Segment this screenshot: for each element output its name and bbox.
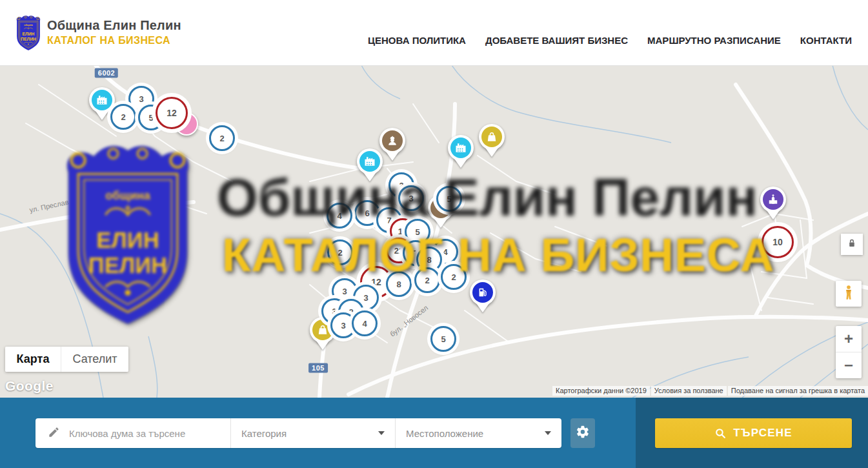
watermark-subtitle: КАТАЛОГ НА БИЗНЕСА — [222, 228, 774, 281]
search-bar: Категория Местоположение ТЪРСЕНЕ — [0, 398, 868, 468]
pin-tail — [96, 111, 108, 120]
pegman-icon — [840, 284, 857, 303]
site-subtitle: КАТАЛОГ НА БИЗНЕСА — [47, 35, 181, 46]
cluster-marker[interactable]: 5 — [430, 326, 456, 352]
main-nav: ЦЕНОВА ПОЛИТИКА ДОБАВЕТЕ ВАШИЯТ БИЗНЕС М… — [368, 0, 852, 65]
factory-icon — [450, 137, 471, 158]
church-icon — [763, 189, 783, 210]
cluster-marker[interactable]: 2 — [209, 125, 235, 151]
search-button[interactable]: ТЪРСЕНЕ — [655, 418, 852, 448]
search-button-label: ТЪРСЕНЕ — [733, 427, 792, 440]
bag-pin[interactable] — [479, 124, 505, 150]
cluster-marker[interactable]: 2 — [110, 104, 136, 130]
terms-link[interactable]: Условия за ползване — [651, 386, 727, 396]
search-icon — [714, 427, 727, 440]
cluster-marker[interactable]: 12 — [156, 97, 188, 129]
chevron-down-icon — [545, 431, 551, 435]
pin-tail — [454, 159, 467, 168]
nav-link-contacts[interactable]: КОНТАКТИ — [800, 35, 852, 46]
lock-icon — [846, 238, 858, 252]
lock-button[interactable] — [841, 234, 863, 255]
location-dropdown-label: Местоположение — [406, 428, 483, 439]
map-type-control: Карта Сателит — [5, 347, 128, 372]
watermark-crest: община ЕЛИН ПЕЛИН — [55, 137, 201, 331]
attribution-copyright: Картографски данни ©2019 — [552, 386, 650, 396]
map-attribution: Картографски данни ©2019 Условия за полз… — [552, 386, 868, 396]
nav-link-add-business[interactable]: ДОБАВЕТЕ ВАШИЯТ БИЗНЕС — [485, 35, 628, 46]
pin-tail — [485, 148, 498, 157]
header: община ЕЛИН ПЕЛИН Община Елин Пелин КАТА… — [0, 0, 868, 66]
pin-tail — [767, 210, 780, 219]
municipality-crest-logo[interactable]: община ЕЛИН ПЕЛИН — [14, 14, 43, 52]
pin-tail — [476, 303, 489, 312]
map-type-map-button[interactable]: Карта — [5, 347, 61, 372]
brand-block: Община Елин Пелин КАТАЛОГ НА БИЗНЕСА — [47, 18, 181, 46]
crest-word-pelin: ПЕЛИН — [88, 253, 167, 278]
bag-icon — [481, 127, 502, 147]
fuel-pin[interactable] — [470, 280, 496, 305]
pin-tail — [386, 152, 399, 161]
church-pin[interactable] — [760, 187, 786, 212]
zoom-control: + − — [836, 326, 862, 378]
fuel-icon — [472, 282, 493, 303]
factory-pin[interactable] — [89, 87, 115, 113]
crest-word-obshtina: община — [105, 189, 150, 202]
worker-icon — [382, 130, 403, 151]
nav-link-route-schedule[interactable]: МАРШРУТНО РАЗПИСАНИЕ — [647, 35, 781, 46]
google-logo[interactable]: Google — [5, 378, 54, 394]
map-type-satellite-button[interactable]: Сателит — [61, 347, 128, 372]
zoom-in-button[interactable]: + — [836, 326, 862, 352]
category-dropdown-label: Категория — [241, 428, 287, 439]
pin-tail — [316, 341, 329, 350]
page: община ЕЛИН ПЕЛИН Община Елин Пелин КАТА… — [0, 0, 868, 468]
gear-icon — [576, 425, 590, 442]
crest-word-pelin: ПЕЛИН — [21, 37, 36, 41]
crest-word-elin: ЕЛИН — [23, 32, 35, 36]
google-map[interactable]: ул. Преслав бул. „Новосел ици“ 6002 105 … — [0, 65, 868, 398]
worker-pin[interactable] — [379, 128, 405, 154]
search-input-group: Категория Местоположение — [35, 418, 561, 448]
crest-word-obshtina: община — [24, 24, 33, 26]
crest-word-elin: ЕЛИН — [96, 228, 159, 252]
chevron-down-icon — [378, 431, 385, 435]
factory-pin[interactable] — [448, 135, 474, 161]
keyword-search-input[interactable] — [68, 427, 230, 440]
zoom-out-button[interactable]: − — [836, 352, 862, 378]
site-title: Община Елин Пелин — [47, 18, 181, 33]
advanced-settings-button[interactable] — [570, 418, 595, 448]
pegman-button[interactable] — [836, 281, 862, 307]
category-dropdown[interactable]: Категория — [230, 418, 395, 448]
watermark-title: Община Елин Пелин — [217, 167, 758, 228]
keyword-section — [35, 418, 230, 448]
report-error-link[interactable]: Подаване на сигнал за грешка в картата — [728, 386, 868, 396]
factory-icon — [92, 90, 112, 110]
location-dropdown[interactable]: Местоположение — [395, 418, 561, 448]
nav-link-pricing[interactable]: ЦЕНОВА ПОЛИТИКА — [368, 35, 466, 46]
pencil-icon — [48, 426, 60, 441]
cluster-marker[interactable]: 4 — [352, 310, 378, 336]
